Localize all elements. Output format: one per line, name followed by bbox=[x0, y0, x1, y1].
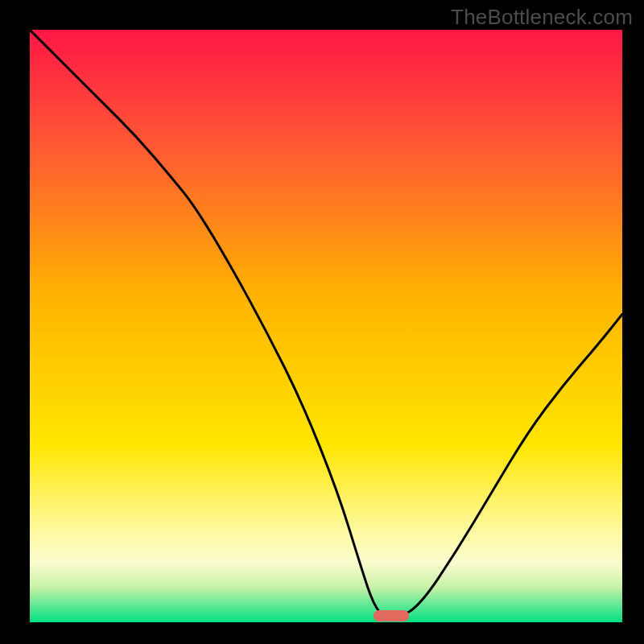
watermark-label: TheBottleneck.com bbox=[451, 5, 633, 30]
bottleneck-chart bbox=[0, 0, 644, 644]
optimum-marker bbox=[374, 610, 409, 621]
chart-frame: TheBottleneck.com bbox=[0, 0, 644, 644]
